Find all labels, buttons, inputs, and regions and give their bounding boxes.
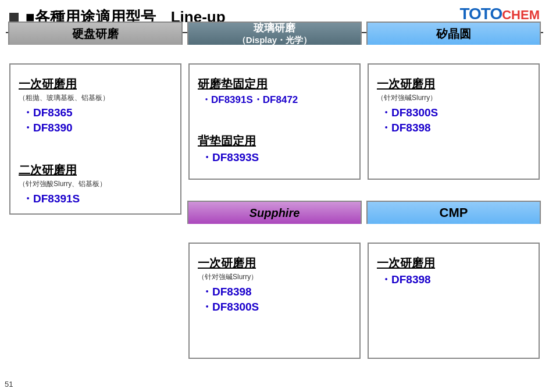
- glass-tab-line2: （Display・光学）: [237, 35, 312, 45]
- main-content: 硬盘研磨 一次研磨用 （粗拋、玻璃基板、铝基板） DF8365 DF8390 二…: [0, 33, 549, 364]
- sapphire-tab: Supphire: [187, 201, 362, 224]
- list-item: DF8391S: [22, 191, 172, 206]
- silicon-card-body: 一次研磨用 （针对強碱Slurry） DF8300S DF8398: [369, 65, 539, 142]
- glass-card: 研磨垫固定用 DF8391S・DF8472 背垫固定用 DF8393S: [188, 63, 361, 180]
- hdd-section2-title: 二次研磨用: [19, 162, 172, 178]
- sapphire-card-body: 一次研磨用 （针对強碱Slurry） DF8398 DF8300S: [190, 244, 359, 322]
- glass-tab: 玻璃研磨 （Display・光学）: [187, 22, 362, 45]
- list-item: DF8398: [201, 284, 351, 300]
- list-item: DF8398: [380, 272, 530, 287]
- hdd-card: 一次研磨用 （粗拋、玻璃基板、铝基板） DF8365 DF8390 二次研磨用 …: [9, 63, 181, 215]
- glass-section2-title: 背垫固定用: [198, 133, 351, 149]
- glass-section1-title: 研磨垫固定用: [198, 76, 351, 92]
- sapphire-card-wrapper: Supphire 一次研磨用 （针对強碱Slurry） DF8398 DF830…: [188, 222, 361, 359]
- glass-card-body: 研磨垫固定用 DF8391S・DF8472 背垫固定用 DF8393S: [190, 65, 359, 172]
- silicon-section1-subtitle: （针对強碱Slurry）: [377, 93, 530, 103]
- silicon-section1-title: 一次研磨用: [377, 76, 530, 92]
- list-item: DF8365: [22, 105, 172, 120]
- list-item: DF8398: [380, 120, 530, 136]
- hdd-section1-title: 一次研磨用: [19, 76, 172, 92]
- sapphire-section1-subtitle: （针对強碱Slurry）: [198, 272, 351, 282]
- glass-card-wrapper: 玻璃研磨 （Display・光学） 研磨垫固定用 DF8391S・DF8472 …: [188, 42, 361, 215]
- sapphire-section1-title: 一次研磨用: [198, 255, 351, 271]
- cards-grid: 硬盘研磨 一次研磨用 （粗拋、玻璃基板、铝基板） DF8365 DF8390 二…: [9, 42, 540, 359]
- sapphire-card: 一次研磨用 （针对強碱Slurry） DF8398 DF8300S: [188, 243, 361, 359]
- cmp-card-body: 一次研磨用 DF8398: [369, 244, 539, 294]
- cmp-card-wrapper: CMP 一次研磨用 DF8398: [368, 222, 540, 359]
- silicon-card-wrapper: 矽晶圆 一次研磨用 （针对強碱Slurry） DF8300S DF8398: [368, 42, 540, 215]
- page-number: 51: [5, 380, 13, 389]
- cmp-card: 一次研磨用 DF8398: [368, 243, 540, 359]
- hdd-section1-subtitle: （粗拋、玻璃基板、铝基板）: [19, 93, 172, 103]
- cmp-tab: CMP: [366, 201, 541, 224]
- list-item: DF8390: [22, 120, 172, 136]
- page: ■各種用途適用型号 Line-up TOTOCHEM Something New…: [0, 0, 549, 392]
- title-square-icon: [9, 13, 19, 22]
- logo-toto: TOTO: [459, 5, 502, 23]
- list-item: DF8300S: [201, 300, 351, 315]
- list-item: DF8300S: [380, 105, 530, 120]
- hdd-card-wrapper: 硬盘研磨 一次研磨用 （粗拋、玻璃基板、铝基板） DF8365 DF8390 二…: [9, 42, 181, 215]
- list-item: DF8393S: [201, 150, 351, 165]
- logo-chem: CHEM: [502, 8, 540, 22]
- hdd-card-body: 一次研磨用 （粗拋、玻璃基板、铝基板） DF8365 DF8390 二次研磨用 …: [10, 65, 180, 213]
- silicon-tab: 矽晶圆: [366, 22, 541, 45]
- silicon-card: 一次研磨用 （针对強碱Slurry） DF8300S DF8398: [368, 63, 540, 180]
- glass-tab-line1: 玻璃研磨: [254, 22, 295, 35]
- cmp-section1-title: 一次研磨用: [377, 255, 530, 271]
- empty-spacer: [9, 222, 181, 359]
- hdd-tab: 硬盘研磨: [8, 22, 183, 45]
- hdd-section2-subtitle: （针对強酸Slurry、铝基板）: [19, 179, 172, 189]
- list-item: DF8391S・DF8472: [201, 93, 351, 106]
